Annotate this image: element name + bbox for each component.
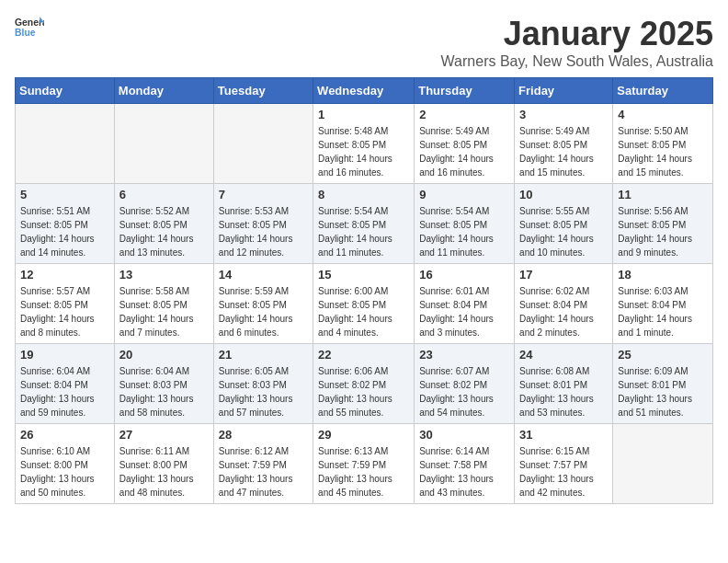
table-row: 3Sunrise: 5:49 AM Sunset: 8:05 PM Daylig… xyxy=(515,104,613,184)
calendar-table: Sunday Monday Tuesday Wednesday Thursday… xyxy=(15,77,713,504)
day-info: Sunrise: 5:58 AM Sunset: 8:05 PM Dayligh… xyxy=(119,284,209,339)
day-number: 23 xyxy=(419,348,509,362)
day-info: Sunrise: 6:06 AM Sunset: 8:02 PM Dayligh… xyxy=(318,364,409,419)
calendar-title: January 2025 xyxy=(441,15,713,53)
day-number: 20 xyxy=(119,348,209,362)
day-number: 8 xyxy=(318,188,409,201)
day-number: 6 xyxy=(119,188,209,201)
day-info: Sunrise: 6:01 AM Sunset: 8:04 PM Dayligh… xyxy=(419,284,509,339)
table-row: 2Sunrise: 5:49 AM Sunset: 8:05 PM Daylig… xyxy=(415,104,515,184)
table-row: 20Sunrise: 6:04 AM Sunset: 8:03 PM Dayli… xyxy=(114,344,213,424)
day-number: 13 xyxy=(119,268,209,282)
day-number: 24 xyxy=(519,348,608,362)
table-row: 24Sunrise: 6:08 AM Sunset: 8:01 PM Dayli… xyxy=(515,344,613,424)
logo-icon: General Blue xyxy=(15,15,44,40)
day-number: 7 xyxy=(219,188,308,201)
day-number: 19 xyxy=(20,348,109,362)
week-row-2: 5Sunrise: 5:51 AM Sunset: 8:05 PM Daylig… xyxy=(16,184,713,264)
day-info: Sunrise: 6:09 AM Sunset: 8:01 PM Dayligh… xyxy=(618,364,708,419)
header-monday: Monday xyxy=(114,78,213,104)
weekday-header-row: Sunday Monday Tuesday Wednesday Thursday… xyxy=(16,78,713,104)
table-row: 14Sunrise: 5:59 AM Sunset: 8:05 PM Dayli… xyxy=(213,264,313,344)
table-row: 7Sunrise: 5:53 AM Sunset: 8:05 PM Daylig… xyxy=(213,184,313,264)
day-number: 2 xyxy=(419,108,509,121)
day-number: 10 xyxy=(519,188,608,201)
table-row: 5Sunrise: 5:51 AM Sunset: 8:05 PM Daylig… xyxy=(16,184,115,264)
header-thursday: Thursday xyxy=(415,78,515,104)
day-info: Sunrise: 5:56 AM Sunset: 8:05 PM Dayligh… xyxy=(618,204,708,259)
table-row: 21Sunrise: 6:05 AM Sunset: 8:03 PM Dayli… xyxy=(213,344,313,424)
day-info: Sunrise: 5:59 AM Sunset: 8:05 PM Dayligh… xyxy=(219,284,308,339)
day-info: Sunrise: 5:53 AM Sunset: 8:05 PM Dayligh… xyxy=(219,204,308,259)
table-row: 23Sunrise: 6:07 AM Sunset: 8:02 PM Dayli… xyxy=(415,344,515,424)
header-tuesday: Tuesday xyxy=(213,78,313,104)
day-number: 16 xyxy=(419,268,509,282)
day-number: 21 xyxy=(219,348,308,362)
day-info: Sunrise: 6:10 AM Sunset: 8:00 PM Dayligh… xyxy=(20,444,109,500)
day-number: 18 xyxy=(618,268,708,282)
day-info: Sunrise: 6:11 AM Sunset: 8:00 PM Dayligh… xyxy=(119,444,209,500)
table-row xyxy=(16,104,115,184)
day-info: Sunrise: 5:49 AM Sunset: 8:05 PM Dayligh… xyxy=(419,124,509,179)
day-info: Sunrise: 6:00 AM Sunset: 8:05 PM Dayligh… xyxy=(318,284,409,339)
table-row xyxy=(213,104,313,184)
table-row: 9Sunrise: 5:54 AM Sunset: 8:05 PM Daylig… xyxy=(415,184,515,264)
day-number: 27 xyxy=(119,428,209,442)
day-info: Sunrise: 5:49 AM Sunset: 8:05 PM Dayligh… xyxy=(519,124,608,179)
header-saturday: Saturday xyxy=(613,78,713,104)
day-info: Sunrise: 5:57 AM Sunset: 8:05 PM Dayligh… xyxy=(20,284,109,339)
day-number: 29 xyxy=(318,428,409,442)
title-area: January 2025 Warners Bay, New South Wale… xyxy=(441,15,713,70)
day-info: Sunrise: 6:12 AM Sunset: 7:59 PM Dayligh… xyxy=(219,444,308,500)
week-row-3: 12Sunrise: 5:57 AM Sunset: 8:05 PM Dayli… xyxy=(16,264,713,344)
day-info: Sunrise: 6:02 AM Sunset: 8:04 PM Dayligh… xyxy=(519,284,608,339)
day-info: Sunrise: 6:07 AM Sunset: 8:02 PM Dayligh… xyxy=(419,364,509,419)
day-info: Sunrise: 5:54 AM Sunset: 8:05 PM Dayligh… xyxy=(318,204,409,259)
table-row: 6Sunrise: 5:52 AM Sunset: 8:05 PM Daylig… xyxy=(114,184,213,264)
day-number: 4 xyxy=(618,108,708,121)
header-wednesday: Wednesday xyxy=(313,78,415,104)
day-info: Sunrise: 6:15 AM Sunset: 7:57 PM Dayligh… xyxy=(519,444,608,500)
table-row: 29Sunrise: 6:13 AM Sunset: 7:59 PM Dayli… xyxy=(313,424,415,504)
day-number: 1 xyxy=(318,108,409,121)
table-row: 31Sunrise: 6:15 AM Sunset: 7:57 PM Dayli… xyxy=(515,424,613,504)
header: General Blue January 2025 Warners Bay, N… xyxy=(15,15,713,70)
day-info: Sunrise: 5:52 AM Sunset: 8:05 PM Dayligh… xyxy=(119,204,209,259)
day-number: 26 xyxy=(20,428,109,442)
day-info: Sunrise: 5:48 AM Sunset: 8:05 PM Dayligh… xyxy=(318,124,409,179)
table-row: 18Sunrise: 6:03 AM Sunset: 8:04 PM Dayli… xyxy=(613,264,713,344)
table-row: 16Sunrise: 6:01 AM Sunset: 8:04 PM Dayli… xyxy=(415,264,515,344)
table-row: 8Sunrise: 5:54 AM Sunset: 8:05 PM Daylig… xyxy=(313,184,415,264)
day-number: 9 xyxy=(419,188,509,201)
week-row-4: 19Sunrise: 6:04 AM Sunset: 8:04 PM Dayli… xyxy=(16,344,713,424)
table-row: 30Sunrise: 6:14 AM Sunset: 7:58 PM Dayli… xyxy=(415,424,515,504)
day-info: Sunrise: 5:51 AM Sunset: 8:05 PM Dayligh… xyxy=(20,204,109,259)
table-row: 22Sunrise: 6:06 AM Sunset: 8:02 PM Dayli… xyxy=(313,344,415,424)
day-number: 3 xyxy=(519,108,608,121)
week-row-5: 26Sunrise: 6:10 AM Sunset: 8:00 PM Dayli… xyxy=(16,424,713,504)
day-number: 17 xyxy=(519,268,608,282)
table-row: 27Sunrise: 6:11 AM Sunset: 8:00 PM Dayli… xyxy=(114,424,213,504)
header-friday: Friday xyxy=(515,78,613,104)
day-info: Sunrise: 6:14 AM Sunset: 7:58 PM Dayligh… xyxy=(419,444,509,500)
table-row xyxy=(114,104,213,184)
day-number: 31 xyxy=(519,428,608,442)
table-row: 19Sunrise: 6:04 AM Sunset: 8:04 PM Dayli… xyxy=(16,344,115,424)
day-info: Sunrise: 6:04 AM Sunset: 8:03 PM Dayligh… xyxy=(119,364,209,419)
day-number: 28 xyxy=(219,428,308,442)
table-row: 28Sunrise: 6:12 AM Sunset: 7:59 PM Dayli… xyxy=(213,424,313,504)
table-row: 13Sunrise: 5:58 AM Sunset: 8:05 PM Dayli… xyxy=(114,264,213,344)
day-info: Sunrise: 5:50 AM Sunset: 8:05 PM Dayligh… xyxy=(618,124,708,179)
day-number: 12 xyxy=(20,268,109,282)
day-info: Sunrise: 6:03 AM Sunset: 8:04 PM Dayligh… xyxy=(618,284,708,339)
day-info: Sunrise: 6:13 AM Sunset: 7:59 PM Dayligh… xyxy=(318,444,409,500)
day-number: 30 xyxy=(419,428,509,442)
day-number: 25 xyxy=(618,348,708,362)
table-row: 12Sunrise: 5:57 AM Sunset: 8:05 PM Dayli… xyxy=(16,264,115,344)
table-row: 26Sunrise: 6:10 AM Sunset: 8:00 PM Dayli… xyxy=(16,424,115,504)
logo: General Blue xyxy=(15,15,44,40)
table-row: 1Sunrise: 5:48 AM Sunset: 8:05 PM Daylig… xyxy=(313,104,415,184)
day-number: 14 xyxy=(219,268,308,282)
day-number: 15 xyxy=(318,268,409,282)
day-number: 5 xyxy=(20,188,109,201)
